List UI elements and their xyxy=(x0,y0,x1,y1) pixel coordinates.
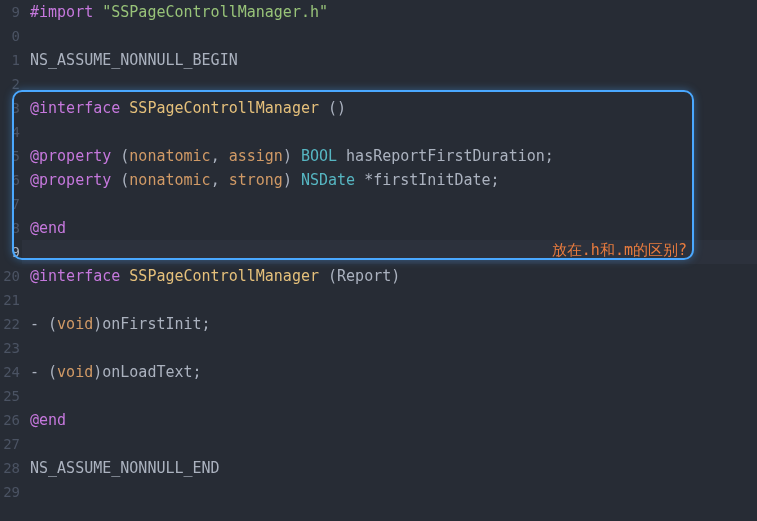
line-number: 29 xyxy=(0,480,20,504)
string-token: "SSPageControllManager.h" xyxy=(102,3,328,21)
class-token: SSPageControllManager xyxy=(129,99,319,117)
class-token: SSPageControllManager xyxy=(129,267,319,285)
code-line: @property (nonatomic, assign) BOOL hasRe… xyxy=(30,144,757,168)
code-line xyxy=(30,432,757,456)
code-line: @end xyxy=(30,216,757,240)
line-number: 2 xyxy=(0,72,20,96)
method-token: )onLoadText; xyxy=(93,363,201,381)
code-line: @interface SSPageControllManager (Report… xyxy=(30,264,757,288)
code-line: @property (nonatomic, strong) NSDate *fi… xyxy=(30,168,757,192)
identifier-token: *firstInitDate; xyxy=(355,171,500,189)
code-line xyxy=(30,192,757,216)
line-number: 26 xyxy=(0,408,20,432)
line-number-gutter: 9 0 1 2 3 4 5 6 7 8 9 20 21 22 23 24 25 … xyxy=(0,0,22,521)
code-line xyxy=(30,288,757,312)
line-number: 7 xyxy=(0,192,20,216)
attr-token: nonatomic xyxy=(129,171,210,189)
line-number: 1 xyxy=(0,48,20,72)
attr-token: strong xyxy=(229,171,283,189)
annotation-text: 放在.h和.m的区别? xyxy=(552,238,687,262)
line-number: 9 xyxy=(0,0,20,24)
code-line xyxy=(30,72,757,96)
method-token: )onFirstInit; xyxy=(93,315,210,333)
line-number: 8 xyxy=(0,216,20,240)
attr-token: nonatomic xyxy=(129,147,210,165)
line-number: 22 xyxy=(0,312,20,336)
code-line xyxy=(30,24,757,48)
code-line xyxy=(30,336,757,360)
code-line: NS_ASSUME_NONNULL_END xyxy=(30,456,757,480)
punct-token: () xyxy=(319,99,346,117)
code-line xyxy=(30,120,757,144)
line-number: 28 xyxy=(0,456,20,480)
line-number: 0 xyxy=(0,24,20,48)
code-line: NS_ASSUME_NONNULL_BEGIN xyxy=(30,48,757,72)
void-token: void xyxy=(57,363,93,381)
code-line: #import "SSPageControllManager.h" xyxy=(30,0,757,24)
macro-token: NS_ASSUME_NONNULL_END xyxy=(30,459,220,477)
line-number: 25 xyxy=(0,384,20,408)
keyword-token: @property xyxy=(30,147,111,165)
type-token: NSDate xyxy=(301,171,355,189)
keyword-token: @end xyxy=(30,411,66,429)
line-number: 6 xyxy=(0,168,20,192)
line-number: 27 xyxy=(0,432,20,456)
macro-token: NS_ASSUME_NONNULL_BEGIN xyxy=(30,51,238,69)
line-number: 23 xyxy=(0,336,20,360)
line-number: 4 xyxy=(0,120,20,144)
line-number: 5 xyxy=(0,144,20,168)
attr-token: assign xyxy=(229,147,283,165)
keyword-token: @interface xyxy=(30,267,120,285)
line-number: 9 xyxy=(0,240,20,264)
line-number: 20 xyxy=(0,264,20,288)
line-number: 3 xyxy=(0,96,20,120)
keyword-token: @property xyxy=(30,171,111,189)
code-line: @interface SSPageControllManager () xyxy=(30,96,757,120)
code-line: @end xyxy=(30,408,757,432)
void-token: void xyxy=(57,315,93,333)
punct-token: (Report) xyxy=(319,267,400,285)
code-line: - (void)onFirstInit; xyxy=(30,312,757,336)
code-line: - (void)onLoadText; xyxy=(30,360,757,384)
keyword-token: @end xyxy=(30,219,66,237)
identifier-token: hasReportFirstDuration; xyxy=(337,147,554,165)
line-number: 24 xyxy=(0,360,20,384)
code-line xyxy=(30,480,757,504)
type-token: BOOL xyxy=(301,147,337,165)
code-line xyxy=(30,384,757,408)
directive-token: #import xyxy=(30,3,93,21)
line-number: 21 xyxy=(0,288,20,312)
keyword-token: @interface xyxy=(30,99,120,117)
